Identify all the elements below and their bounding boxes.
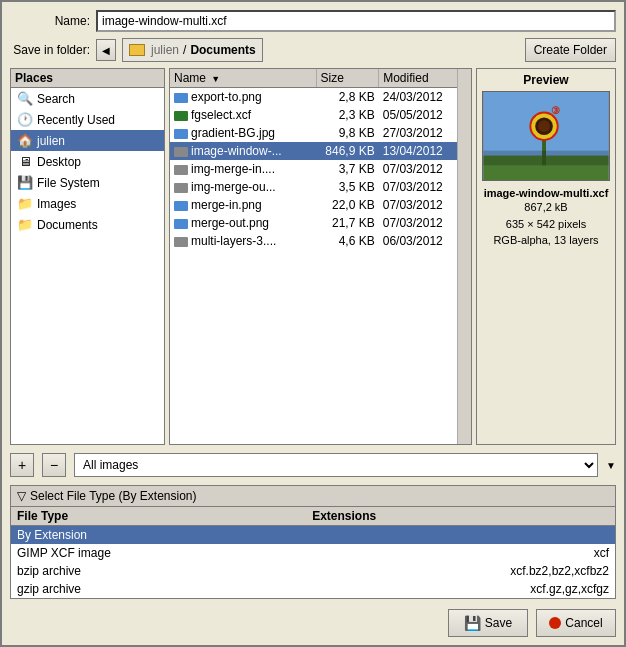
preview-size: 867,2 kB 635 × 542 pixels RGB-alpha, 13 … bbox=[481, 199, 611, 249]
places-label-search: Search bbox=[37, 92, 75, 106]
table-row[interactable]: img-merge-ou... 3,5 KB 07/03/2012 bbox=[170, 178, 457, 196]
file-name-cell: img-merge-in.... bbox=[170, 160, 316, 178]
main-area: Places 🔍 Search 🕐 Recently Used 🏠 julien… bbox=[10, 68, 616, 445]
file-type-table: File Type Extensions By Extension GIMP X… bbox=[11, 507, 615, 598]
file-type-toggle[interactable]: ▽ Select File Type (By Extension) bbox=[11, 486, 615, 507]
file-size-cell: 846,9 KB bbox=[316, 142, 379, 160]
search-icon: 🔍 bbox=[17, 91, 33, 106]
folder-path: julien / Documents bbox=[122, 38, 263, 62]
vertical-scrollbar[interactable] bbox=[457, 69, 471, 444]
file-date-cell: 27/03/2012 bbox=[379, 124, 457, 142]
file-scroll[interactable]: Name ▼ Size Modified export-to.png 2,8 K… bbox=[170, 69, 457, 444]
file-date-cell: 05/05/2012 bbox=[379, 106, 457, 124]
file-date-cell: 07/03/2012 bbox=[379, 196, 457, 214]
places-item-images[interactable]: 📁 Images bbox=[11, 193, 164, 214]
folder-separator: / bbox=[183, 43, 186, 57]
remove-bookmark-button[interactable]: − bbox=[42, 453, 66, 477]
places-label-desktop: Desktop bbox=[37, 155, 81, 169]
name-label: Name: bbox=[10, 14, 90, 28]
table-row[interactable]: export-to.png 2,8 KB 24/03/2012 bbox=[170, 88, 457, 107]
name-row: Name: bbox=[10, 10, 616, 32]
preview-panel: Preview bbox=[476, 68, 616, 445]
col-header-size[interactable]: Size bbox=[316, 69, 379, 88]
file-type-name: By Extension bbox=[11, 526, 306, 545]
svg-text:③: ③ bbox=[551, 105, 560, 116]
action-row: 💾 Save Cancel bbox=[10, 605, 616, 637]
create-folder-button[interactable]: Create Folder bbox=[525, 38, 616, 62]
places-item-search[interactable]: 🔍 Search bbox=[11, 88, 164, 109]
file-size-cell: 4,6 KB bbox=[316, 232, 379, 250]
file-type-name: GIMP XCF image bbox=[11, 544, 306, 562]
file-name-cell: fgselect.xcf bbox=[170, 106, 316, 124]
file-name-cell: export-to.png bbox=[170, 88, 316, 107]
places-item-julien[interactable]: 🏠 julien bbox=[11, 130, 164, 151]
folder-icon bbox=[129, 44, 145, 56]
save-label: Save bbox=[485, 616, 512, 630]
col-header-modified[interactable]: Modified bbox=[379, 69, 457, 88]
file-type-row[interactable]: gzip archive xcf.gz,gz,xcfgz bbox=[11, 580, 615, 598]
file-size-cell: 21,7 KB bbox=[316, 214, 379, 232]
file-type-toggle-label: Select File Type (By Extension) bbox=[30, 489, 197, 503]
file-size-cell: 22,0 KB bbox=[316, 196, 379, 214]
places-panel: Places 🔍 Search 🕐 Recently Used 🏠 julien… bbox=[10, 68, 165, 445]
folder-path-part1: julien bbox=[151, 43, 179, 57]
file-size-cell: 9,8 KB bbox=[316, 124, 379, 142]
save-icon: 💾 bbox=[464, 615, 481, 631]
file-date-cell: 07/03/2012 bbox=[379, 214, 457, 232]
file-date-cell: 07/03/2012 bbox=[379, 160, 457, 178]
nav-back-button[interactable]: ◀ bbox=[96, 39, 116, 61]
recently-used-icon: 🕐 bbox=[17, 112, 33, 127]
places-label-filesystem: File System bbox=[37, 176, 100, 190]
places-label-documents: Documents bbox=[37, 218, 98, 232]
preview-header: Preview bbox=[481, 73, 611, 87]
file-size-cell: 2,8 KB bbox=[316, 88, 379, 107]
file-name-cell: img-merge-ou... bbox=[170, 178, 316, 196]
file-type-row[interactable]: bzip archive xcf.bz2,bz2,xcfbz2 bbox=[11, 562, 615, 580]
places-label-images: Images bbox=[37, 197, 76, 211]
toggle-arrow: ▽ bbox=[17, 489, 26, 503]
documents-folder-icon: 📁 bbox=[17, 217, 33, 232]
table-row[interactable]: img-merge-in.... 3,7 KB 07/03/2012 bbox=[170, 160, 457, 178]
places-item-recently-used[interactable]: 🕐 Recently Used bbox=[11, 109, 164, 130]
file-type-row[interactable]: GIMP XCF image xcf bbox=[11, 544, 615, 562]
file-type-ext: xcf.gz,gz,xcfgz bbox=[306, 580, 615, 598]
table-row[interactable]: merge-in.png 22,0 KB 07/03/2012 bbox=[170, 196, 457, 214]
places-item-documents[interactable]: 📁 Documents bbox=[11, 214, 164, 235]
file-name-cell: gradient-BG.jpg bbox=[170, 124, 316, 142]
table-row[interactable]: image-window-... 846,9 KB 13/04/2012 bbox=[170, 142, 457, 160]
save-in-label: Save in folder: bbox=[10, 43, 90, 57]
file-size-cell: 3,7 KB bbox=[316, 160, 379, 178]
save-folder-row: Save in folder: ◀ julien / Documents Cre… bbox=[10, 38, 616, 62]
extensions-col-header: Extensions bbox=[306, 507, 615, 526]
name-input[interactable] bbox=[96, 10, 616, 32]
col-header-name[interactable]: Name ▼ bbox=[170, 69, 316, 88]
file-table: Name ▼ Size Modified export-to.png 2,8 K… bbox=[170, 69, 457, 250]
preview-svg: ③ bbox=[483, 92, 609, 180]
places-item-desktop[interactable]: 🖥 Desktop bbox=[11, 151, 164, 172]
places-item-file-system[interactable]: 💾 File System bbox=[11, 172, 164, 193]
file-date-cell: 13/04/2012 bbox=[379, 142, 457, 160]
file-panel: Name ▼ Size Modified export-to.png 2,8 K… bbox=[169, 68, 472, 445]
file-name-cell: image-window-... bbox=[170, 142, 316, 160]
file-type-row[interactable]: By Extension bbox=[11, 526, 615, 545]
file-type-name: gzip archive bbox=[11, 580, 306, 598]
file-date-cell: 06/03/2012 bbox=[379, 232, 457, 250]
file-name-cell: merge-in.png bbox=[170, 196, 316, 214]
preview-image: ③ bbox=[482, 91, 610, 181]
images-folder-icon: 📁 bbox=[17, 196, 33, 211]
file-type-section: ▽ Select File Type (By Extension) File T… bbox=[10, 485, 616, 599]
table-row[interactable]: fgselect.xcf 2,3 KB 05/05/2012 bbox=[170, 106, 457, 124]
file-type-ext bbox=[306, 526, 615, 545]
file-name-cell: multi-layers-3.... bbox=[170, 232, 316, 250]
file-date-cell: 24/03/2012 bbox=[379, 88, 457, 107]
table-row[interactable]: gradient-BG.jpg 9,8 KB 27/03/2012 bbox=[170, 124, 457, 142]
file-type-ext: xcf.bz2,bz2,xcfbz2 bbox=[306, 562, 615, 580]
add-bookmark-button[interactable]: + bbox=[10, 453, 34, 477]
save-button[interactable]: 💾 Save bbox=[448, 609, 528, 637]
table-row[interactable]: merge-out.png 21,7 KB 07/03/2012 bbox=[170, 214, 457, 232]
table-row[interactable]: multi-layers-3.... 4,6 KB 06/03/2012 bbox=[170, 232, 457, 250]
export-dialog: Name: Save in folder: ◀ julien / Documen… bbox=[0, 0, 626, 647]
file-type-name: bzip archive bbox=[11, 562, 306, 580]
file-filter-select[interactable]: All imagesAll filesPNG imageJPEG imageXC… bbox=[74, 453, 598, 477]
cancel-button[interactable]: Cancel bbox=[536, 609, 616, 637]
